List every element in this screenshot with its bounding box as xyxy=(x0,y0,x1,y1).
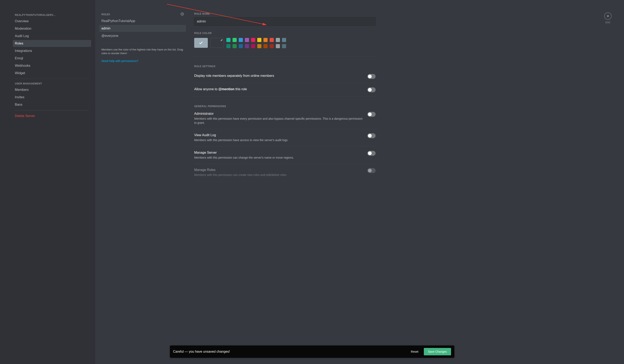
close-icon xyxy=(606,14,610,18)
allow-mention-row: Allow anyone to @mention this role xyxy=(194,83,376,97)
role-editor-column: Role Name Role Color Role Settings Displ… xyxy=(190,0,624,364)
divider xyxy=(194,56,376,57)
role-name-input[interactable] xyxy=(194,17,376,25)
manage-roles-desc: Members with this permission can create … xyxy=(194,173,363,177)
check-icon xyxy=(199,41,203,45)
server-name-header: REALPYTHONTUTORIALSERV... xyxy=(13,12,91,18)
color-swatch[interactable] xyxy=(276,44,280,48)
roles-hint-text: Members use the color of the highest rol… xyxy=(99,48,186,55)
reset-button[interactable]: Reset xyxy=(408,348,422,355)
color-swatch[interactable] xyxy=(239,38,243,42)
color-swatch[interactable] xyxy=(263,44,268,48)
color-swatch[interactable] xyxy=(251,38,255,42)
unsaved-changes-bar: Careful — you have unsaved changes! Rese… xyxy=(170,345,454,358)
role-item[interactable]: RealPythonTutorialApp xyxy=(99,18,186,24)
sidebar-item-integrations[interactable]: Integrations xyxy=(13,47,91,54)
color-swatch[interactable] xyxy=(270,44,274,48)
color-swatch[interactable] xyxy=(245,44,249,48)
sidebar-item-overview[interactable]: Overview xyxy=(13,18,91,25)
roles-list-column: Roles RealPythonTutorialAppadmin@everyon… xyxy=(95,0,190,364)
color-palette xyxy=(226,38,286,48)
manage-server-desc: Members with this permission can change … xyxy=(194,156,363,160)
delete-server-button[interactable]: Delete Server xyxy=(13,113,91,120)
eyedropper-icon xyxy=(220,39,223,42)
manage-roles-toggle[interactable] xyxy=(367,168,376,173)
color-swatch[interactable] xyxy=(257,44,261,48)
sidebar-item-audit-log[interactable]: Audit Log xyxy=(13,33,91,40)
manage-roles-title: Manage Roles xyxy=(194,168,363,172)
sidebar-item-members[interactable]: Members xyxy=(13,86,91,93)
default-color-swatch[interactable] xyxy=(194,38,208,48)
color-swatch[interactable] xyxy=(263,38,268,42)
esc-label: ESC xyxy=(605,21,611,24)
close-area: ESC xyxy=(604,12,612,24)
administrator-row: Administrator Members with this permissi… xyxy=(194,108,376,129)
permissions-help-link[interactable]: Need help with permissions? xyxy=(99,59,186,63)
allow-mention-prefix: Allow anyone to xyxy=(194,87,218,91)
roles-column-title: Roles xyxy=(102,13,110,16)
sidebar-item-emoji[interactable]: Emoji xyxy=(13,55,91,62)
color-swatch[interactable] xyxy=(245,38,249,42)
add-role-icon[interactable] xyxy=(181,12,184,16)
divider xyxy=(15,110,89,110)
sidebar-item-bans[interactable]: Bans xyxy=(13,101,91,108)
color-swatch[interactable] xyxy=(251,44,255,48)
allow-mention-suffix: this role xyxy=(234,87,247,91)
role-item[interactable]: admin xyxy=(99,25,186,32)
color-swatch[interactable] xyxy=(226,38,231,42)
color-swatch[interactable] xyxy=(226,44,231,48)
user-management-header: User Management xyxy=(13,81,91,86)
color-swatch[interactable] xyxy=(239,44,243,48)
view-audit-log-row: View Audit Log Members with this permiss… xyxy=(194,129,376,147)
sidebar-item-roles[interactable]: Roles xyxy=(13,40,91,47)
allow-mention-toggle[interactable] xyxy=(367,87,376,92)
color-swatch[interactable] xyxy=(282,38,286,42)
administrator-toggle[interactable] xyxy=(367,112,376,117)
display-separately-toggle[interactable] xyxy=(367,74,376,79)
color-swatch[interactable] xyxy=(276,38,280,42)
close-button[interactable] xyxy=(604,12,612,20)
custom-color-swatch[interactable] xyxy=(210,38,224,48)
role-item[interactable]: @everyone xyxy=(99,32,186,39)
sidebar-item-webhooks[interactable]: Webhooks xyxy=(13,62,91,69)
color-swatch[interactable] xyxy=(233,44,237,48)
display-separately-row: Display role members separately from onl… xyxy=(194,70,376,83)
sidebar-item-moderation[interactable]: Moderation xyxy=(13,25,91,32)
sidebar-item-widget[interactable]: Widget xyxy=(13,70,91,77)
save-changes-button[interactable]: Save Changes xyxy=(424,348,451,355)
view-audit-log-title: View Audit Log xyxy=(194,133,363,137)
color-swatch[interactable] xyxy=(257,38,261,42)
role-color-label: Role Color xyxy=(194,32,376,35)
view-audit-log-desc: Members with this permission have access… xyxy=(194,138,363,142)
administrator-title: Administrator xyxy=(194,112,363,116)
role-name-label: Role Name xyxy=(194,12,376,15)
manage-roles-row: Manage Roles Members with this permissio… xyxy=(194,164,376,181)
color-swatch[interactable] xyxy=(233,38,237,42)
manage-server-row: Manage Server Members with this permissi… xyxy=(194,147,376,164)
left-sidebar: REALPYTHONTUTORIALSERV... OverviewModera… xyxy=(0,0,95,364)
allow-mention-label: Allow anyone to @mention this role xyxy=(194,87,363,91)
unsaved-message: Careful — you have unsaved changes! xyxy=(173,350,408,354)
divider xyxy=(15,79,89,79)
manage-server-toggle[interactable] xyxy=(367,151,376,156)
general-permissions-header: General Permissions xyxy=(194,105,376,108)
display-separately-label: Display role members separately from onl… xyxy=(194,74,363,78)
allow-mention-bold: @mention xyxy=(218,87,234,91)
view-audit-log-toggle[interactable] xyxy=(367,133,376,138)
manage-server-title: Manage Server xyxy=(194,151,363,154)
administrator-desc: Members with this permission have every … xyxy=(194,117,363,125)
color-swatch[interactable] xyxy=(270,38,274,42)
role-settings-header: Role Settings xyxy=(194,65,376,68)
color-swatch[interactable] xyxy=(282,44,286,48)
sidebar-item-invites[interactable]: Invites xyxy=(13,94,91,101)
